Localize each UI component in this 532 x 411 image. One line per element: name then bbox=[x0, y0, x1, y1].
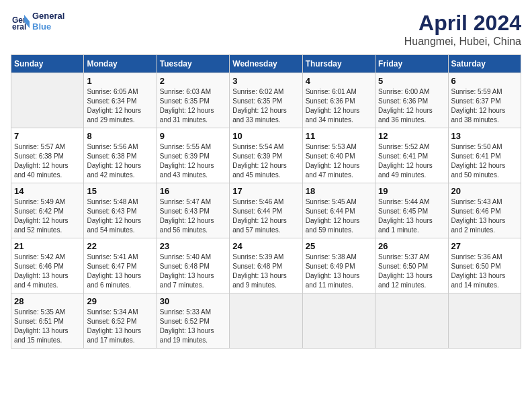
calendar-table: Sunday Monday Tuesday Wednesday Thursday… bbox=[11, 54, 521, 349]
day-cell bbox=[448, 293, 521, 349]
day-cell: 8Sunrise: 5:56 AM Sunset: 6:38 PM Daylig… bbox=[84, 128, 157, 183]
day-number: 22 bbox=[87, 241, 153, 251]
day-cell: 17Sunrise: 5:46 AM Sunset: 6:44 PM Dayli… bbox=[230, 183, 302, 238]
day-cell bbox=[11, 73, 84, 128]
day-info: Sunrise: 5:36 AM Sunset: 6:50 PM Dayligh… bbox=[451, 253, 518, 290]
day-info: Sunrise: 5:39 AM Sunset: 6:48 PM Dayligh… bbox=[232, 253, 299, 290]
day-cell bbox=[302, 293, 375, 349]
day-number: 19 bbox=[378, 186, 445, 196]
day-cell: 25Sunrise: 5:38 AM Sunset: 6:49 PM Dayli… bbox=[302, 238, 375, 293]
day-number: 25 bbox=[306, 241, 372, 251]
day-number: 13 bbox=[451, 131, 518, 141]
day-info: Sunrise: 5:47 AM Sunset: 6:43 PM Dayligh… bbox=[160, 197, 226, 235]
day-cell: 5Sunrise: 6:00 AM Sunset: 6:36 PM Daylig… bbox=[375, 73, 448, 128]
day-number: 8 bbox=[87, 131, 153, 141]
day-cell: 11Sunrise: 5:53 AM Sunset: 6:40 PM Dayli… bbox=[302, 128, 375, 183]
month-title: April 2024 bbox=[404, 11, 521, 36]
day-info: Sunrise: 6:05 AM Sunset: 6:34 PM Dayligh… bbox=[87, 87, 153, 125]
header-row: Sunday Monday Tuesday Wednesday Thursday… bbox=[11, 55, 521, 73]
day-info: Sunrise: 6:03 AM Sunset: 6:35 PM Dayligh… bbox=[160, 87, 226, 125]
day-cell: 30Sunrise: 5:33 AM Sunset: 6:52 PM Dayli… bbox=[157, 293, 229, 349]
day-number: 11 bbox=[306, 131, 372, 141]
col-saturday: Saturday bbox=[448, 55, 521, 73]
day-number: 16 bbox=[160, 186, 226, 196]
day-info: Sunrise: 6:01 AM Sunset: 6:36 PM Dayligh… bbox=[306, 87, 372, 125]
day-cell: 9Sunrise: 5:55 AM Sunset: 6:39 PM Daylig… bbox=[157, 128, 229, 183]
day-cell: 7Sunrise: 5:57 AM Sunset: 6:38 PM Daylig… bbox=[11, 128, 84, 183]
day-info: Sunrise: 5:42 AM Sunset: 6:46 PM Dayligh… bbox=[14, 253, 81, 290]
day-number: 6 bbox=[451, 76, 518, 86]
day-info: Sunrise: 5:59 AM Sunset: 6:37 PM Dayligh… bbox=[451, 87, 518, 125]
day-number: 4 bbox=[306, 76, 372, 86]
week-row-1: 1Sunrise: 6:05 AM Sunset: 6:34 PM Daylig… bbox=[11, 73, 521, 128]
day-info: Sunrise: 5:46 AM Sunset: 6:44 PM Dayligh… bbox=[232, 197, 299, 235]
day-info: Sunrise: 5:34 AM Sunset: 6:52 PM Dayligh… bbox=[87, 308, 153, 345]
day-cell: 10Sunrise: 5:54 AM Sunset: 6:39 PM Dayli… bbox=[230, 128, 302, 183]
day-info: Sunrise: 5:48 AM Sunset: 6:43 PM Dayligh… bbox=[87, 197, 153, 235]
day-info: Sunrise: 5:37 AM Sunset: 6:50 PM Dayligh… bbox=[378, 253, 445, 290]
day-number: 21 bbox=[14, 241, 81, 251]
day-number: 18 bbox=[306, 186, 372, 196]
day-cell: 20Sunrise: 5:43 AM Sunset: 6:46 PM Dayli… bbox=[448, 183, 521, 238]
day-info: Sunrise: 5:53 AM Sunset: 6:40 PM Dayligh… bbox=[306, 142, 372, 180]
day-cell: 29Sunrise: 5:34 AM Sunset: 6:52 PM Dayli… bbox=[84, 293, 157, 349]
day-number: 14 bbox=[14, 186, 81, 196]
day-info: Sunrise: 5:41 AM Sunset: 6:47 PM Dayligh… bbox=[87, 253, 153, 290]
day-cell: 12Sunrise: 5:52 AM Sunset: 6:41 PM Dayli… bbox=[375, 128, 448, 183]
day-cell: 15Sunrise: 5:48 AM Sunset: 6:43 PM Dayli… bbox=[84, 183, 157, 238]
day-number: 2 bbox=[160, 76, 226, 86]
day-number: 9 bbox=[160, 131, 226, 141]
day-number: 1 bbox=[87, 76, 153, 86]
week-row-2: 7Sunrise: 5:57 AM Sunset: 6:38 PM Daylig… bbox=[11, 128, 521, 183]
day-cell: 4Sunrise: 6:01 AM Sunset: 6:36 PM Daylig… bbox=[302, 73, 375, 128]
day-cell: 18Sunrise: 5:45 AM Sunset: 6:44 PM Dayli… bbox=[302, 183, 375, 238]
day-cell: 13Sunrise: 5:50 AM Sunset: 6:41 PM Dayli… bbox=[448, 128, 521, 183]
day-cell: 28Sunrise: 5:35 AM Sunset: 6:51 PM Dayli… bbox=[11, 293, 84, 349]
day-number: 24 bbox=[232, 241, 299, 251]
day-info: Sunrise: 5:52 AM Sunset: 6:41 PM Dayligh… bbox=[378, 142, 445, 180]
col-tuesday: Tuesday bbox=[157, 55, 229, 73]
logo: Gen eral General Blue bbox=[11, 11, 64, 32]
col-wednesday: Wednesday bbox=[230, 55, 302, 73]
day-info: Sunrise: 5:35 AM Sunset: 6:51 PM Dayligh… bbox=[14, 308, 81, 345]
day-number: 29 bbox=[87, 296, 153, 306]
day-cell: 6Sunrise: 5:59 AM Sunset: 6:37 PM Daylig… bbox=[448, 73, 521, 128]
day-info: Sunrise: 6:02 AM Sunset: 6:35 PM Dayligh… bbox=[232, 87, 299, 125]
svg-text:eral: eral bbox=[12, 22, 26, 31]
week-row-3: 14Sunrise: 5:49 AM Sunset: 6:42 PM Dayli… bbox=[11, 183, 521, 238]
day-info: Sunrise: 5:44 AM Sunset: 6:45 PM Dayligh… bbox=[378, 197, 445, 235]
day-number: 17 bbox=[232, 186, 299, 196]
day-info: Sunrise: 5:38 AM Sunset: 6:49 PM Dayligh… bbox=[306, 253, 372, 290]
day-number: 15 bbox=[87, 186, 153, 196]
calendar-body: 1Sunrise: 6:05 AM Sunset: 6:34 PM Daylig… bbox=[11, 73, 521, 349]
day-number: 28 bbox=[14, 296, 81, 306]
logo-icon: Gen eral bbox=[11, 12, 30, 31]
day-info: Sunrise: 5:33 AM Sunset: 6:52 PM Dayligh… bbox=[160, 308, 226, 345]
day-info: Sunrise: 5:55 AM Sunset: 6:39 PM Dayligh… bbox=[160, 142, 226, 180]
day-number: 30 bbox=[160, 296, 226, 306]
logo-text-line2: Blue bbox=[32, 21, 64, 32]
day-cell bbox=[375, 293, 448, 349]
day-info: Sunrise: 5:43 AM Sunset: 6:46 PM Dayligh… bbox=[451, 197, 518, 235]
logo-text-line1: General bbox=[32, 11, 64, 21]
page-header: Gen eral General Blue April 2024 Huangme… bbox=[11, 11, 521, 48]
day-number: 12 bbox=[378, 131, 445, 141]
day-cell: 1Sunrise: 6:05 AM Sunset: 6:34 PM Daylig… bbox=[84, 73, 157, 128]
day-info: Sunrise: 5:54 AM Sunset: 6:39 PM Dayligh… bbox=[232, 142, 299, 180]
title-area: April 2024 Huangmei, Hubei, China bbox=[404, 11, 521, 48]
day-cell: 16Sunrise: 5:47 AM Sunset: 6:43 PM Dayli… bbox=[157, 183, 229, 238]
day-info: Sunrise: 5:50 AM Sunset: 6:41 PM Dayligh… bbox=[451, 142, 518, 180]
day-number: 26 bbox=[378, 241, 445, 251]
col-friday: Friday bbox=[375, 55, 448, 73]
day-number: 10 bbox=[232, 131, 299, 141]
day-cell: 2Sunrise: 6:03 AM Sunset: 6:35 PM Daylig… bbox=[157, 73, 229, 128]
col-monday: Monday bbox=[84, 55, 157, 73]
calendar-header: Sunday Monday Tuesday Wednesday Thursday… bbox=[11, 55, 521, 73]
day-cell: 21Sunrise: 5:42 AM Sunset: 6:46 PM Dayli… bbox=[11, 238, 84, 293]
day-number: 20 bbox=[451, 186, 518, 196]
day-info: Sunrise: 5:40 AM Sunset: 6:48 PM Dayligh… bbox=[160, 253, 226, 290]
day-cell: 19Sunrise: 5:44 AM Sunset: 6:45 PM Dayli… bbox=[375, 183, 448, 238]
day-number: 27 bbox=[451, 241, 518, 251]
day-number: 7 bbox=[14, 131, 81, 141]
week-row-5: 28Sunrise: 5:35 AM Sunset: 6:51 PM Dayli… bbox=[11, 293, 521, 349]
